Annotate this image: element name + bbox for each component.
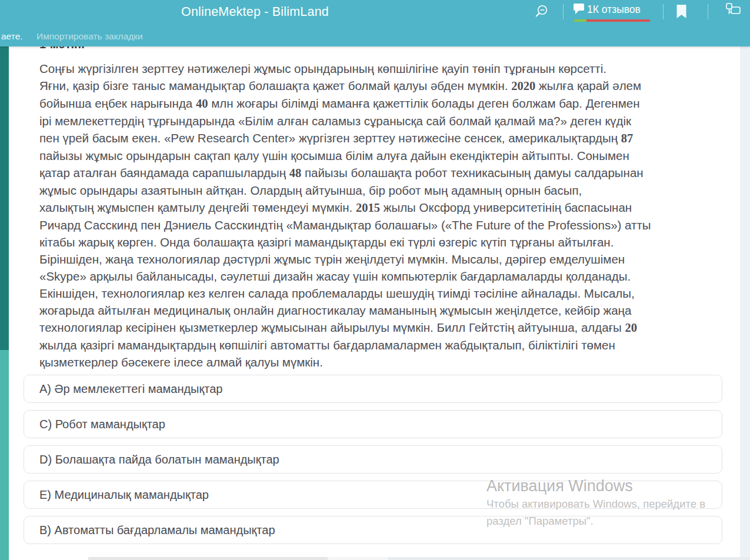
passage-line: пайызы жұмыс орындарын сақтап қалу үшін … [39,147,722,164]
passage-line: халықтың жұмыспен қамтылу деңгейі төменд… [39,199,722,216]
bookmark-icon [676,5,686,19]
reviews-bar-green [574,19,586,22]
answer-option-a[interactable]: A) Әр мемлекеттегі мамандықтар [24,375,722,403]
app-title: OnlineMektep - BilimLand [181,5,329,19]
answer-option-d[interactable]: D) Болашақта пайда болатын мамандықтар [24,445,722,474]
header-divider [563,4,564,19]
answer-options: A) Әр мемлекеттегі мамандықтар C) Робот … [24,375,722,551]
import-bookmarks-link[interactable]: Импортировать закладки [36,31,143,42]
reviews-count-label: 1К отзывов [587,4,641,16]
passage-line: кітабы жарық көрген. Онда болашақта қазі… [39,234,722,251]
passage-line: Соңғы жүргізілген зерттеу нәтижелері жұм… [39,60,722,77]
header-divider [663,4,664,19]
bottom-edge-strip [88,557,328,560]
passage-line: жұмыс орындары азаятынын айтқан. Олардың… [39,182,722,199]
left-rail-top [0,46,9,350]
passage-line: жоғарыда айтылған медициналық онлайн диа… [39,302,722,319]
passage-line: Біріншіден, жаңа технологиялар дәстүрлі … [39,251,722,268]
bookmark-button[interactable] [671,1,692,22]
passage-line: ірі мемлекеттердің тұрғындарында «Білім … [39,112,722,129]
passage-line: Яғни, қазір бізге таныс мамандықтар бола… [39,77,722,95]
left-rail-bottom [0,350,9,560]
app-header: OnlineMektep - BilimLand 1К о [0,0,750,25]
bottom-edge-strip [388,557,750,560]
reviews-bar-red [586,19,650,22]
passage-line: Ричард Сасскинд пен Дэниель Сасскиндтің … [39,216,722,234]
scrollbar-track[interactable] [740,46,750,560]
passage-line: технологиялар кесірінен қызметкерлер жұм… [39,319,722,336]
passage-text: Соңғы жүргізілген зерттеу нәтижелері жұм… [39,60,722,371]
passage-line: жылда қазіргі мамандықтардың көпшілігі а… [39,336,722,354]
passage-line: қатар аталған баяндамада сарапшылардың 4… [39,164,722,182]
passage-line: қызметкерлер бәсекеге ілесе алмай қалуы … [39,354,722,371]
search-button[interactable] [531,1,552,22]
bookmarks-bar: аете. Импортировать закладки [0,25,750,46]
passage-line: пен үрей басым екен. «Pew Research Cente… [39,129,722,147]
passage-line: «Skype» арқылы байланысады, сәулетші диз… [39,268,722,285]
reviews-badge[interactable]: 1К отзывов [572,0,654,24]
passage-line: бойынша еңбек нарығында 40 млн жоғары бі… [39,95,722,112]
passage-line: Екіншіден, технологиялар кез келген сала… [39,285,722,302]
screen: OnlineMektep - BilimLand 1К о [0,0,750,560]
bottom-edge-strip [328,557,388,560]
speech-bubble-icon [573,2,586,15]
key-card-icon [724,1,742,20]
answer-option-b[interactable]: B) Автоматты бағдарламалы мамандықтар [24,516,722,544]
zoom-out-icon [533,4,549,20]
top-bar: OnlineMektep - BilimLand 1К о [0,0,750,46]
header-divider [708,4,708,19]
extension-button[interactable] [722,0,744,21]
answer-option-c[interactable]: C) Робот мамандықтар [24,410,722,438]
bookmarks-hint-text: аете. [1,31,23,42]
answer-option-e[interactable]: E) Медициналық мамандықтар [24,481,722,509]
